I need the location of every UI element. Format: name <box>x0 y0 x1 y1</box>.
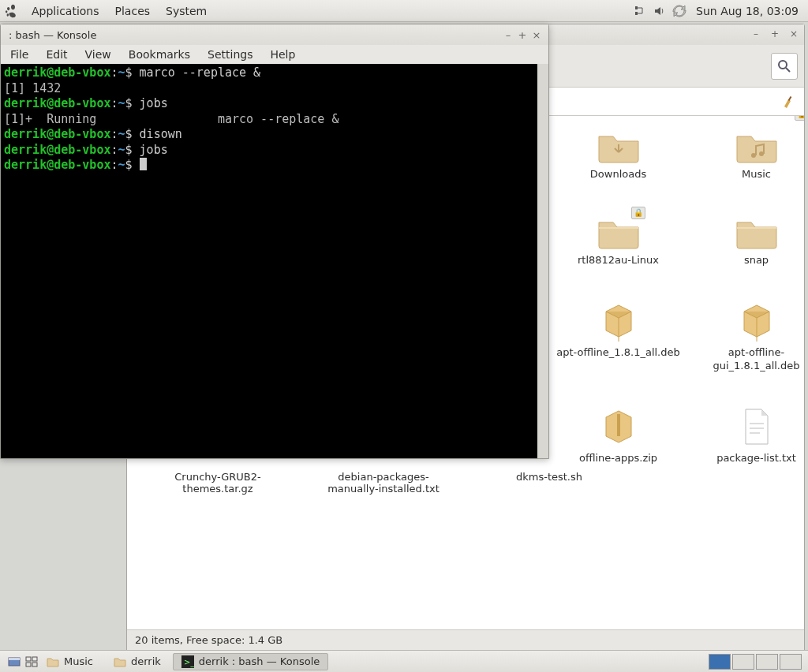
fm-item[interactable]: apt-offline-gui_1.8.1_all.deb <box>687 296 804 378</box>
folder-icon <box>735 215 779 249</box>
terminal-line: derrik@deb-vbox:~$ disown <box>4 127 545 143</box>
package-icon <box>739 301 774 342</box>
svg-text:>_: >_ <box>184 658 194 667</box>
fm-item[interactable]: Music <box>687 124 804 186</box>
volume-icon[interactable] <box>650 3 669 19</box>
konsole-titlebar[interactable]: : bash — Konsole – + × <box>1 24 548 45</box>
taskbar-task[interactable]: derrik <box>105 653 170 670</box>
show-desktop-button[interactable] <box>3 655 21 668</box>
fm-item[interactable]: Downloads <box>549 124 687 186</box>
zip-icon: 🔒 <box>601 406 636 447</box>
lock-badge-icon: 🔒 <box>631 207 645 219</box>
konsole-title: : bash — Konsole <box>6 29 501 41</box>
fm-item-label: offline-apps.zip <box>579 452 657 465</box>
terminal-line: [1] 1432 <box>4 81 545 97</box>
taskbar-task[interactable]: >_derrik : bash — Konsole <box>173 653 328 670</box>
network-icon[interactable] <box>631 3 650 19</box>
folder-icon <box>735 129 779 163</box>
bottom-panel: Musicderrik>_derrik : bash — Konsole <box>0 650 808 672</box>
fm-item-label: package-list.txt <box>716 452 796 465</box>
fm-item-label: dkms-test.sh <box>482 471 616 495</box>
fm-item[interactable]: apt-offline_1.8.1_all.deb <box>549 296 687 378</box>
workspace-3[interactable] <box>756 654 778 670</box>
terminal-line: derrik@deb-vbox:~$ <box>4 158 545 174</box>
fm-search-button[interactable] <box>771 53 798 80</box>
fm-status-text: 20 items, Free space: 1.4 GB <box>135 634 282 646</box>
konsole-menu-settings[interactable]: Settings <box>200 47 260 62</box>
top-panel: Applications Places System Sun Aug 18, 0… <box>0 0 808 22</box>
svg-rect-1 <box>635 12 638 15</box>
konsole-scrollbar[interactable] <box>537 64 548 458</box>
konsole-maximize-button[interactable]: + <box>515 29 529 41</box>
package-icon <box>601 301 636 342</box>
svg-rect-7 <box>617 414 620 436</box>
update-icon[interactable] <box>669 2 690 20</box>
terminal-cursor <box>140 158 147 170</box>
konsole-terminal[interactable]: derrik@deb-vbox:~$ marco --replace &[1] … <box>1 64 548 458</box>
workspace-1[interactable] <box>709 654 731 670</box>
fm-item[interactable]: 🔒rtl8812au-Linux <box>549 210 687 272</box>
svg-point-2 <box>779 61 787 69</box>
konsole-menu-bookmarks[interactable]: Bookmarks <box>121 47 198 62</box>
taskbar-task[interactable]: Music <box>38 653 102 670</box>
fm-item[interactable]: package-list.txt <box>687 401 804 470</box>
fm-close-button[interactable]: × <box>788 29 799 40</box>
fm-item-label: rtl8812au-Linux <box>578 254 659 267</box>
konsole-menu-view[interactable]: View <box>77 47 119 62</box>
gnome-foot-icon <box>3 3 19 19</box>
workspace-2[interactable] <box>732 654 754 670</box>
terminal-line: derrik@deb-vbox:~$ jobs <box>4 96 545 112</box>
terminal-line: derrik@deb-vbox:~$ jobs <box>4 143 545 159</box>
fm-item-label: debian-packages-manually-installed.txt <box>316 471 451 495</box>
lock-badge-icon: 🔒 <box>795 116 804 121</box>
fm-item-label: snap <box>744 254 769 267</box>
terminal-line: derrik@deb-vbox:~$ marco --replace & <box>4 65 545 81</box>
folder-icon <box>47 655 59 668</box>
konsole-minimize-button[interactable]: – <box>501 29 515 41</box>
fm-item-label: Crunchy-GRUB2-themes.tar.gz <box>151 471 285 495</box>
fm-minimize-button[interactable]: – <box>750 29 761 40</box>
fm-item[interactable]: snap <box>687 210 804 272</box>
fm-item-label: apt-offline-gui_1.8.1_all.deb <box>694 346 805 373</box>
text-icon <box>739 406 774 447</box>
search-icon <box>776 58 792 74</box>
panel-clock[interactable]: Sun Aug 18, 03:09 <box>690 5 805 17</box>
konsole-menu-help[interactable]: Help <box>262 47 303 62</box>
svg-rect-14 <box>32 657 37 661</box>
fm-item-label: Downloads <box>590 168 646 181</box>
panel-menu-places[interactable]: Places <box>107 2 159 21</box>
konsole-window: : bash — Konsole – + × FileEditViewBookm… <box>0 24 549 459</box>
window-list-icon[interactable] <box>21 655 38 668</box>
folder-icon <box>114 655 126 668</box>
svg-rect-16 <box>32 663 37 666</box>
workspace-4[interactable] <box>780 654 802 670</box>
fm-statusbar: 20 items, Free space: 1.4 GB <box>127 629 804 650</box>
taskbar-task-label: Music <box>64 655 93 667</box>
folder-icon: 🔒 <box>597 215 641 249</box>
svg-rect-15 <box>26 663 31 666</box>
panel-menu-system[interactable]: System <box>158 2 215 21</box>
svg-rect-0 <box>635 6 638 9</box>
svg-line-3 <box>786 68 790 72</box>
folder-icon <box>597 129 641 163</box>
svg-rect-12 <box>9 658 20 660</box>
terminal-icon: >_ <box>181 655 194 668</box>
fm-maximize-button[interactable]: + <box>769 29 780 40</box>
konsole-menu-file[interactable]: File <box>2 47 36 62</box>
taskbar-task-label: derrik <box>131 655 161 667</box>
taskbar-task-label: derrik : bash — Konsole <box>199 655 320 667</box>
konsole-close-button[interactable]: × <box>529 29 544 41</box>
fm-item-label: apt-offline_1.8.1_all.deb <box>556 346 680 360</box>
konsole-menu-edit[interactable]: Edit <box>38 47 75 62</box>
workspace-switcher <box>705 654 805 670</box>
terminal-line: [1]+ Running marco --replace & <box>4 112 545 128</box>
fm-item-label: Music <box>742 168 771 181</box>
fm-item[interactable]: 🔒offline-apps.zip <box>549 401 687 470</box>
svg-rect-13 <box>26 657 31 661</box>
konsole-menubar: FileEditViewBookmarksSettingsHelp <box>1 45 548 64</box>
panel-menu-applications[interactable]: Applications <box>24 2 107 21</box>
clear-icon[interactable] <box>782 95 796 109</box>
svg-rect-4 <box>788 95 792 100</box>
